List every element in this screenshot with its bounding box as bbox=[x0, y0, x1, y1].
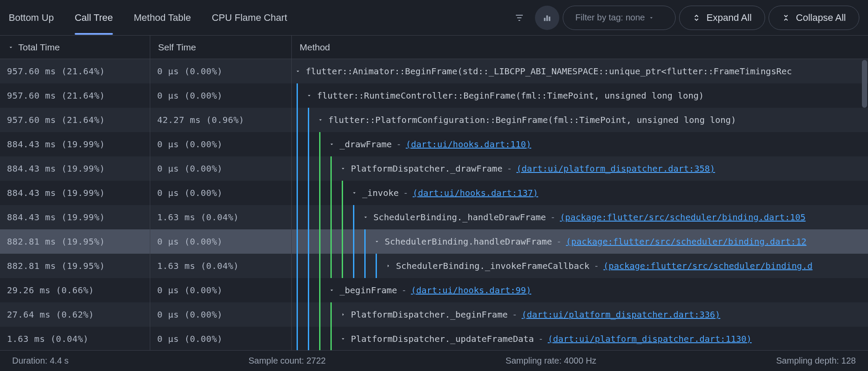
tree-guide bbox=[303, 278, 314, 302]
source-link[interactable]: (dart:ui/platform_dispatcher.dart:358) bbox=[516, 163, 715, 174]
chevron-down-icon[interactable] bbox=[340, 166, 347, 172]
table-row[interactable]: 884.43 ms (19.99%)1.63 ms (0.04%)Schedul… bbox=[0, 205, 868, 229]
chevron-down-icon[interactable] bbox=[306, 93, 313, 99]
cell-method: _beginFrame - (dart:ui/hooks.dart:99) bbox=[292, 278, 868, 302]
chevron-down-icon[interactable] bbox=[340, 336, 347, 342]
tree-guide bbox=[303, 302, 314, 327]
svg-rect-4 bbox=[546, 15, 548, 21]
cell-method: PlatformDispatcher._drawFrame - (dart:ui… bbox=[292, 156, 868, 181]
cell-self-time: 0 µs (0.00%) bbox=[150, 59, 292, 83]
tree-guide bbox=[303, 229, 314, 254]
separator: - bbox=[512, 309, 517, 320]
table-row[interactable]: 1.63 ms (0.04%)0 µs (0.00%)PlatformDispa… bbox=[0, 327, 868, 350]
tree-guide bbox=[326, 229, 337, 254]
tree-guide bbox=[326, 302, 337, 327]
separator: - bbox=[594, 261, 599, 271]
collapse-all-label: Collapse All bbox=[796, 12, 846, 23]
table-row[interactable]: 884.43 ms (19.99%)0 µs (0.00%)PlatformDi… bbox=[0, 156, 868, 181]
chevron-down-icon[interactable] bbox=[294, 68, 301, 74]
cell-self-time: 0 µs (0.00%) bbox=[150, 83, 292, 108]
expand-all-label: Expand All bbox=[706, 12, 752, 23]
toolbar: Bottom Up Call Tree Method Table CPU Fla… bbox=[0, 0, 868, 36]
method-name: PlatformDispatcher._updateFrameData bbox=[351, 334, 534, 344]
chevron-down-icon[interactable] bbox=[373, 238, 380, 245]
filter-icon bbox=[514, 13, 525, 23]
cell-total-time: 884.43 ms (19.99%) bbox=[0, 181, 150, 205]
tab-flame-chart[interactable]: CPU Flame Chart bbox=[212, 1, 287, 35]
column-header-method[interactable]: Method bbox=[292, 36, 868, 59]
filter-label: Filter by tag: none bbox=[575, 13, 645, 23]
tree-guide bbox=[314, 302, 326, 327]
cell-self-time: 0 µs (0.00%) bbox=[150, 278, 292, 302]
tree-guide bbox=[292, 132, 303, 156]
cell-self-time: 1.63 ms (0.04%) bbox=[150, 254, 292, 278]
tab-bottom-up[interactable]: Bottom Up bbox=[9, 1, 54, 35]
table-row[interactable]: 884.43 ms (19.99%)0 µs (0.00%)_invoke - … bbox=[0, 181, 868, 205]
tree-guide bbox=[303, 254, 314, 278]
chevron-right-icon[interactable] bbox=[385, 263, 392, 269]
tree-guide bbox=[348, 205, 360, 229]
tree-guide bbox=[314, 156, 326, 181]
source-link[interactable]: (dart:ui/hooks.dart:137) bbox=[413, 188, 538, 198]
chevron-down-icon[interactable] bbox=[351, 190, 358, 196]
tree-guide bbox=[292, 302, 303, 327]
table-row[interactable]: 884.43 ms (19.99%)0 µs (0.00%)_drawFrame… bbox=[0, 132, 868, 156]
tree-guide bbox=[292, 229, 303, 254]
chevron-right-icon[interactable] bbox=[340, 311, 347, 318]
tree-guide bbox=[360, 229, 371, 254]
chevron-down-icon[interactable] bbox=[328, 287, 335, 293]
separator: - bbox=[538, 334, 543, 344]
tree-guide bbox=[292, 254, 303, 278]
column-header-self-label: Self Time bbox=[158, 42, 196, 53]
tree-guide bbox=[303, 181, 314, 205]
source-link[interactable]: (dart:ui/platform_dispatcher.dart:1130) bbox=[548, 334, 752, 344]
table-row[interactable]: 27.64 ms (0.62%)0 µs (0.00%)PlatformDisp… bbox=[0, 302, 868, 327]
table-row[interactable]: 957.60 ms (21.64%)0 µs (0.00%)flutter::R… bbox=[0, 83, 868, 108]
cell-method: flutter::RuntimeController::BeginFrame(f… bbox=[292, 83, 868, 108]
separator: - bbox=[396, 139, 401, 149]
column-header-total-time[interactable]: Total Time bbox=[0, 36, 150, 59]
source-link[interactable]: (dart:ui/hooks.dart:110) bbox=[406, 139, 531, 149]
cell-method: flutter::Animator::BeginFrame(std::_LIBC… bbox=[292, 59, 868, 83]
method-name: SchedulerBinding.handleDrawFrame bbox=[385, 236, 552, 247]
source-link[interactable]: (dart:ui/hooks.dart:99) bbox=[411, 285, 531, 295]
tab-method-table[interactable]: Method Table bbox=[134, 1, 191, 35]
cell-total-time: 957.60 ms (21.64%) bbox=[0, 108, 150, 132]
source-link[interactable]: (package:flutter/src/scheduler/binding.d… bbox=[566, 236, 806, 247]
cell-method: _invoke - (dart:ui/hooks.dart:137) bbox=[292, 181, 868, 205]
source-link[interactable]: (package:flutter/src/scheduler/binding.d… bbox=[560, 212, 805, 222]
cell-self-time: 0 µs (0.00%) bbox=[150, 132, 292, 156]
status-sample-count: Sample count: 2722 bbox=[248, 356, 326, 366]
tree-guide bbox=[292, 205, 303, 229]
chart-icon-button[interactable] bbox=[535, 6, 559, 30]
collapse-all-button[interactable]: Collapse All bbox=[769, 6, 859, 30]
table-row[interactable]: 882.81 ms (19.95%)1.63 ms (0.04%)Schedul… bbox=[0, 254, 868, 278]
chevron-down-icon[interactable] bbox=[328, 141, 335, 147]
table-row[interactable]: 957.60 ms (21.64%)0 µs (0.00%)flutter::A… bbox=[0, 59, 868, 83]
separator: - bbox=[401, 285, 406, 295]
table-row[interactable]: 882.81 ms (19.95%)0 µs (0.00%)SchedulerB… bbox=[0, 229, 868, 254]
table-row[interactable]: 957.60 ms (21.64%)42.27 ms (0.96%)flutte… bbox=[0, 108, 868, 132]
method-name: flutter::RuntimeController::BeginFrame(f… bbox=[317, 90, 704, 101]
filter-by-tag-dropdown[interactable]: Filter by tag: none bbox=[563, 6, 676, 30]
source-link[interactable]: (package:flutter/src/scheduler/binding.d bbox=[604, 261, 813, 271]
tree-guide bbox=[314, 254, 326, 278]
column-header-method-label: Method bbox=[300, 42, 330, 53]
svg-rect-5 bbox=[549, 17, 551, 21]
table-row[interactable]: 29.26 ms (0.66%)0 µs (0.00%)_beginFrame … bbox=[0, 278, 868, 302]
expand-all-button[interactable]: Expand All bbox=[679, 6, 765, 30]
separator: - bbox=[556, 236, 561, 247]
status-duration: Duration: 4.4 s bbox=[12, 356, 69, 366]
source-link[interactable]: (dart:ui/platform_dispatcher.dart:336) bbox=[521, 309, 720, 320]
filter-icon-button[interactable] bbox=[507, 6, 531, 30]
chevron-down-icon[interactable] bbox=[317, 117, 324, 123]
column-header-self-time[interactable]: Self Time bbox=[150, 36, 292, 59]
chevron-down-icon[interactable] bbox=[362, 214, 369, 220]
tree-guide bbox=[314, 327, 326, 350]
tree-guide bbox=[348, 229, 360, 254]
cell-self-time: 0 µs (0.00%) bbox=[150, 229, 292, 254]
cell-self-time: 0 µs (0.00%) bbox=[150, 181, 292, 205]
table-header: Total Time Self Time Method bbox=[0, 36, 868, 59]
cell-total-time: 957.60 ms (21.64%) bbox=[0, 83, 150, 108]
tab-call-tree[interactable]: Call Tree bbox=[75, 1, 113, 35]
